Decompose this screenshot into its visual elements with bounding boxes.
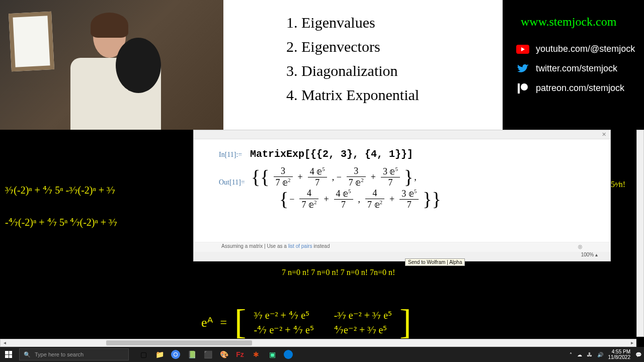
socials-panel: www.stemjock.com youtube.com/@stemjock t… bbox=[506, 0, 644, 130]
task-view-icon[interactable]: ▢ bbox=[136, 347, 150, 361]
output-label: Out[11]= bbox=[219, 178, 249, 187]
search-icon: 🔍 bbox=[24, 351, 31, 358]
svg-point-5 bbox=[174, 353, 177, 356]
edge-icon[interactable] bbox=[281, 347, 295, 361]
assumption-link[interactable]: list of pairs bbox=[288, 243, 312, 249]
website-link: www.stemjock.com bbox=[521, 15, 639, 29]
youtube-icon bbox=[516, 44, 530, 54]
filezilla-icon[interactable]: Fz bbox=[233, 347, 247, 361]
handwriting-bottom: 7 n=0 n! 7 n=0 n! 7 n=0 n! 7n=0 n! eᴬ = … bbox=[0, 261, 636, 337]
matrix-cells: ³⁄₇ e⁻² + ⁴⁄₇ e⁵ -³⁄₇ e⁻² + ³⁄₇ e⁵ -⁴⁄₇ … bbox=[254, 309, 392, 336]
topic-2: 2. Eigenvectors bbox=[286, 38, 488, 55]
search-placeholder: Type here to search bbox=[35, 351, 84, 357]
scroll-left-icon[interactable]: ◂ bbox=[1, 340, 8, 346]
taskbar-clock[interactable]: 4:55 PM 11/8/2022 bbox=[608, 349, 631, 360]
mathematica-window[interactable]: ✕ In[11]:= MatrixExp[{{2, 3}, {4, 1}}] O… bbox=[193, 130, 611, 261]
scroll-right-icon[interactable]: ▸ bbox=[628, 340, 635, 346]
notifications-icon[interactable]: 💬 bbox=[635, 352, 641, 357]
input-label: In[11]:= bbox=[219, 151, 248, 159]
svg-point-6 bbox=[284, 350, 293, 359]
mathematica-notebook[interactable]: In[11]:= MatrixExp[{{2, 3}, {4, 1}}] Out… bbox=[194, 139, 610, 214]
horizontal-scrollbar[interactable]: ◂ ▸ bbox=[0, 339, 636, 347]
zoom-up-icon[interactable]: ▴ bbox=[595, 252, 598, 257]
topic-3: 3. Diagonalization bbox=[286, 62, 488, 79]
windows-taskbar[interactable]: 🔍 Type here to search ▢ 📁 📗 ⬛ 🎨 Fz ✱ ▣ ˄… bbox=[0, 347, 644, 362]
mathematica-toolbar[interactable]: ✕ bbox=[194, 130, 610, 139]
vertical-scrollbar[interactable] bbox=[636, 130, 644, 337]
app-icon-3[interactable]: 🎨 bbox=[217, 347, 231, 361]
twitter-text: twitter.com/stemjock bbox=[536, 63, 617, 74]
patreon-row: patreon.com/stemjock bbox=[516, 83, 639, 94]
app-icon-2[interactable]: ⬛ bbox=[201, 347, 215, 361]
network-icon[interactable]: 🖧 bbox=[587, 352, 592, 357]
microphone bbox=[116, 38, 161, 93]
portrait-drawing bbox=[9, 12, 54, 71]
onedrive-icon[interactable]: ☁ bbox=[577, 352, 582, 357]
handwriting-right: 5ⁿ⁄n! bbox=[611, 130, 636, 261]
twitter-icon bbox=[516, 64, 530, 74]
assumption-bar[interactable]: Assuming a matrix | Use as a list of pai… bbox=[194, 242, 610, 252]
app-icon-4[interactable]: ▣ bbox=[265, 347, 279, 361]
webcam-feed bbox=[0, 0, 223, 130]
e-to-the-a: eᴬ bbox=[201, 315, 213, 330]
close-icon[interactable]: ✕ bbox=[602, 131, 606, 138]
file-explorer-icon[interactable]: 📁 bbox=[152, 347, 167, 361]
topic-1: 1. Eigenvalues bbox=[286, 14, 488, 31]
youtube-text: youtube.com/@stemjock bbox=[536, 44, 635, 54]
youtube-row: youtube.com/@stemjock bbox=[516, 44, 639, 54]
chrome-icon[interactable] bbox=[169, 347, 183, 361]
close-suggestion-icon[interactable]: ⊗ bbox=[578, 243, 583, 250]
wolfram-alpha-tooltip: Send to Wolfram | Alpha bbox=[405, 258, 465, 266]
taskbar-search[interactable]: 🔍 Type here to search bbox=[19, 348, 129, 360]
output-expression: {{ 37 𝕖2 + 4 𝕖57 , − 37 𝕖2 + 3 𝕖57 }, bbox=[251, 172, 418, 180]
zoom-bar[interactable]: 100% ▴ bbox=[194, 252, 610, 261]
svg-rect-1 bbox=[518, 83, 520, 94]
matrix-bracket-left: [ bbox=[234, 302, 246, 342]
topics-panel: 1. Eigenvalues 2. Eigenvectors 3. Diagon… bbox=[223, 0, 503, 130]
input-code[interactable]: MatrixExp[{{2, 3}, {4, 1}}] bbox=[250, 148, 413, 160]
handwriting-left: ³⁄₇(-2)ⁿ + ⁴⁄₇ 5ⁿ -³⁄₇(-2)ⁿ + ³⁄₇ -⁴⁄₇(-… bbox=[0, 130, 193, 261]
scroll-thumb[interactable] bbox=[106, 340, 252, 345]
mathematica-icon[interactable]: ✱ bbox=[249, 347, 263, 361]
matrix-bracket-right: ] bbox=[399, 302, 411, 342]
tray-chevron-icon[interactable]: ˄ bbox=[570, 352, 572, 357]
patreon-icon bbox=[516, 83, 530, 94]
app-icon-1[interactable]: 📗 bbox=[185, 347, 199, 361]
topic-4: 4. Matrix Exponential bbox=[286, 86, 488, 104]
twitter-row: twitter.com/stemjock bbox=[516, 63, 639, 74]
output-expression-row2: {− 47 𝕖2 + 4 𝕖57 , 47 𝕖2 + 3 𝕖57 }} bbox=[279, 188, 595, 210]
svg-point-2 bbox=[521, 83, 528, 90]
volume-icon[interactable]: 🔊 bbox=[597, 352, 603, 357]
windows-logo-icon bbox=[5, 351, 12, 358]
patreon-text: patreon.com/stemjock bbox=[536, 83, 624, 94]
start-button[interactable] bbox=[0, 347, 17, 362]
system-tray[interactable]: ˄ ☁ 🖧 🔊 4:55 PM 11/8/2022 💬 bbox=[570, 349, 642, 360]
